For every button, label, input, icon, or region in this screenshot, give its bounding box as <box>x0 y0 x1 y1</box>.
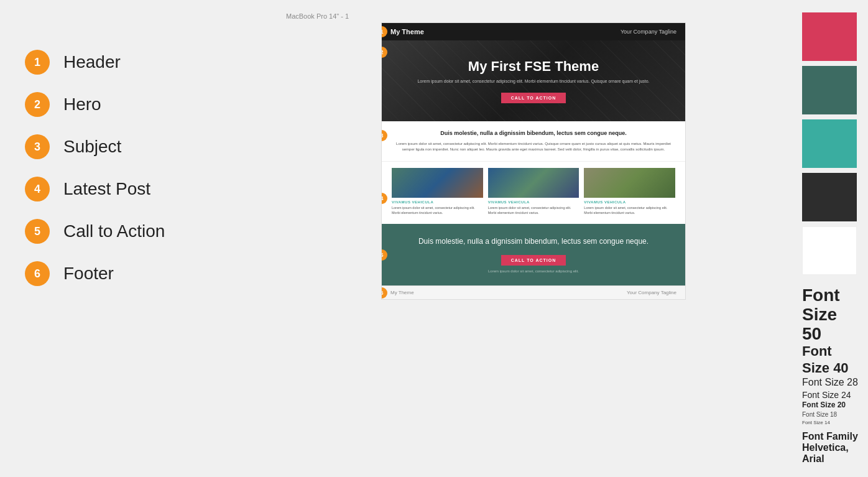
preview-badge-6: 6 <box>381 287 387 299</box>
color-swatch-teal-dark <box>802 66 857 114</box>
preview-cta-section: 5 Duis molestie, nulla a dignissim biben… <box>382 224 685 285</box>
font-size-28: Font Size 28 <box>802 376 859 389</box>
sidebar: 1 Header 2 Hero 3 Subject 4 Latest Post … <box>0 0 274 477</box>
right-panel: Font Size 50 Font Size 40 Font Size 28 F… <box>793 0 868 477</box>
post-image-2 <box>488 168 579 198</box>
preview-badge-3: 3 <box>381 130 387 141</box>
center-panel: MacBook Pro 14" - 1 1 My Theme Your Comp… <box>274 0 793 477</box>
sidebar-label-header: Header <box>63 52 121 72</box>
font-size-50: Font Size 50 <box>802 286 859 343</box>
sidebar-label-subject: Subject <box>63 137 121 157</box>
sidebar-label-latest-post: Latest Post <box>63 179 150 199</box>
preview-footer-tagline: Your Company Tagline <box>627 290 676 295</box>
sidebar-item-hero: 2 Hero <box>25 92 249 117</box>
post-item-1: VIVAMUS VEHICULA Lorem ipsum dolor sit a… <box>392 168 483 215</box>
sidebar-item-header: 1 Header <box>25 50 249 75</box>
preview-badge-5: 5 <box>381 249 387 261</box>
post-text-2: Lorem ipsum dolor sit amet, consectetur … <box>488 206 579 215</box>
preview-theme-name: My Theme <box>390 28 424 35</box>
cta-sub-text: Lorem ipsum dolor sit amet, consectetur … <box>400 269 667 273</box>
post-text-3: Lorem ipsum dolor sit amet, consectetur … <box>584 206 675 215</box>
post-image-3 <box>584 168 675 198</box>
hero-content: My First FSE Theme Lorem ipsum dolor sit… <box>417 58 649 104</box>
preview-badge-1: 1 <box>381 26 387 37</box>
sidebar-label-cta: Call to Action <box>63 221 165 241</box>
badge-3: 3 <box>25 134 50 159</box>
post-item-3: VIVAMUS VEHICULA Lorem ipsum dolor sit a… <box>584 168 675 215</box>
preview-frame: 1 My Theme Your Company Tagline 2 My Fir… <box>381 22 686 300</box>
hero-description: Lorem ipsum dolor sit amet, consectetur … <box>417 78 649 85</box>
font-size-40: Font Size 40 <box>802 343 859 376</box>
font-family-label: Font Family Helvetica, Arial <box>802 431 859 465</box>
sidebar-item-footer: 6 Footer <box>25 261 249 286</box>
sidebar-item-latest-post: 4 Latest Post <box>25 177 249 201</box>
preview-posts-section: 4 VIVAMUS VEHICULA Lorem ipsum dolor sit… <box>382 161 685 224</box>
sidebar-label-hero: Hero <box>63 95 101 114</box>
color-swatch-red <box>802 12 857 61</box>
preview-header-tagline: Your Company Tagline <box>621 29 676 35</box>
badge-1: 1 <box>25 50 50 75</box>
badge-4: 4 <box>25 177 50 201</box>
preview-badge-4: 4 <box>381 193 387 204</box>
sidebar-item-cta: 5 Call to Action <box>25 219 249 244</box>
cta-title: Duis molestie, nulla a dignissim bibendu… <box>400 236 667 247</box>
post-category-2: VIVAMUS VEHICULA <box>488 200 579 204</box>
preview-footer-section: 6 My Theme Your Company Tagline <box>382 285 685 299</box>
preview-hero-section: 2 My First FSE Theme Lorem ipsum dolor s… <box>382 40 685 121</box>
badge-6: 6 <box>25 261 50 286</box>
post-item-2: VIVAMUS VEHICULA Lorem ipsum dolor sit a… <box>488 168 579 215</box>
device-label: MacBook Pro 14" - 1 <box>286 12 349 20</box>
badge-5: 5 <box>25 219 50 244</box>
post-category-3: VIVAMUS VEHICULA <box>584 200 675 204</box>
post-text-1: Lorem ipsum dolor sit amet, consectetur … <box>392 206 483 215</box>
color-swatch-dark <box>802 173 857 221</box>
cta-button[interactable]: CALL TO ACTION <box>501 255 566 266</box>
color-swatch-white <box>802 226 857 275</box>
badge-2: 2 <box>25 92 50 117</box>
sidebar-item-subject: 3 Subject <box>25 134 249 159</box>
color-swatch-teal-light <box>802 119 857 168</box>
font-size-24: Font Size 24 <box>802 389 859 401</box>
hero-cta-button[interactable]: CALL TO ACTION <box>501 93 566 103</box>
posts-grid: VIVAMUS VEHICULA Lorem ipsum dolor sit a… <box>392 168 675 215</box>
preview-footer-name: My Theme <box>390 290 414 295</box>
subject-title: Duis molestie, nulla a dignissim bibendu… <box>394 130 673 136</box>
font-size-20: Font Size 20 <box>802 401 859 410</box>
post-image-1 <box>392 168 483 198</box>
font-section: Font Size 50 Font Size 40 Font Size 28 F… <box>802 286 859 465</box>
font-size-14: Font Size 14 <box>802 419 859 426</box>
subject-text: Lorem ipsum dolor sit amet, consectetur … <box>394 141 673 152</box>
font-size-18: Font Size 18 <box>802 410 859 419</box>
preview-header-section: 1 My Theme Your Company Tagline <box>382 23 685 40</box>
post-category-1: VIVAMUS VEHICULA <box>392 200 483 204</box>
hero-title: My First FSE Theme <box>417 58 649 75</box>
sidebar-label-footer: Footer <box>63 264 114 284</box>
preview-subject-section: 3 Duis molestie, nulla a dignissim biben… <box>382 121 685 161</box>
